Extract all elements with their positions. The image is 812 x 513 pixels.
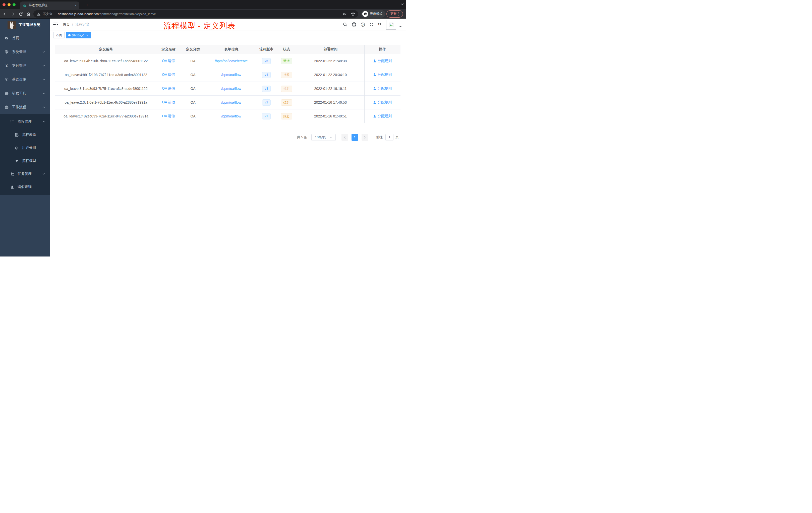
column-header: 状态 bbox=[277, 47, 296, 52]
cell-category: OA bbox=[180, 73, 206, 77]
column-header: 部署时间 bbox=[296, 47, 364, 52]
app-title: 芋道管理系统 bbox=[19, 23, 40, 27]
breadcrumb-home[interactable]: 首页 bbox=[63, 22, 70, 27]
fullscreen-icon[interactable] bbox=[369, 22, 374, 27]
cell-deploy-time: 2022-01-22 19:19:11 bbox=[296, 87, 364, 91]
app-logo-avatar bbox=[7, 21, 16, 29]
definition-name-link[interactable]: OA 请假 bbox=[162, 59, 175, 63]
assign-rule-link[interactable]: 分配规则 bbox=[373, 59, 392, 63]
help-question-icon[interactable]: ? bbox=[360, 22, 365, 27]
tag-close-icon[interactable] bbox=[86, 34, 88, 37]
yen-icon: ¥ bbox=[4, 64, 9, 67]
back-icon[interactable] bbox=[1, 10, 8, 18]
person-icon bbox=[10, 185, 14, 189]
zoom-window-button[interactable] bbox=[12, 3, 16, 6]
sidebar-item-dev-tools[interactable]: 研发工具 bbox=[0, 86, 50, 100]
monitor-icon bbox=[4, 78, 9, 81]
tag-home[interactable]: 首页 bbox=[54, 32, 64, 38]
dashboard-icon bbox=[4, 36, 9, 40]
chevron-down-icon bbox=[42, 92, 45, 94]
tab-search-chevron-icon[interactable] bbox=[401, 3, 404, 5]
sidebar-item-workflow[interactable]: 工作流程 bbox=[0, 100, 50, 114]
pagination-total: 共 5 条 bbox=[297, 134, 307, 141]
search-icon[interactable] bbox=[343, 22, 348, 27]
goto-page-input[interactable] bbox=[385, 134, 394, 141]
cell-deploy-time: 2022-01-22 20:34:10 bbox=[296, 73, 364, 77]
definition-name-link[interactable]: OA 请假 bbox=[162, 86, 175, 90]
password-key-icon[interactable] bbox=[343, 12, 347, 16]
sidebar-item-user-group[interactable]: 用户分组 bbox=[0, 141, 50, 154]
home-icon[interactable] bbox=[25, 10, 32, 18]
app: 芋道管理系统 首页 系统管理 ¥ 支付管理 bbox=[0, 19, 406, 256]
assign-rule-link[interactable]: 分配规则 bbox=[373, 100, 392, 105]
browser-tab[interactable]: 芋道管理系统 bbox=[20, 1, 79, 9]
definition-name-link[interactable]: OA 请假 bbox=[162, 100, 175, 104]
form-link[interactable]: /bpm/oa/flow bbox=[221, 73, 241, 77]
reload-icon[interactable] bbox=[17, 10, 24, 18]
main-area: 首页 / 流程定义 ? tT bbox=[50, 19, 406, 256]
sidebar-item-home[interactable]: 首页 bbox=[0, 31, 50, 45]
new-tab-button[interactable] bbox=[84, 1, 91, 8]
next-page-button[interactable] bbox=[361, 134, 368, 141]
table-row: oa_leave:4:991f2193-7b7f-11ec-a3c8-acde4… bbox=[55, 68, 401, 82]
sidebar-item-infrastructure[interactable]: 基础设施 bbox=[0, 72, 50, 86]
font-size-icon[interactable]: tT bbox=[378, 22, 382, 26]
security-label[interactable]: 不安全 bbox=[43, 12, 53, 16]
cell-deploy-time: 2022-01-16 17:46:53 bbox=[296, 100, 364, 104]
breadcrumb-current: 流程定义 bbox=[75, 22, 89, 27]
table-header-row: 定义编号 定义名称 定义分类 表单信息 流程版本 状态 部署时间 操作 bbox=[55, 45, 401, 54]
definition-name-link[interactable]: OA 请假 bbox=[162, 72, 175, 77]
bookmark-star-icon[interactable] bbox=[351, 12, 355, 16]
status-badge: 激活 bbox=[281, 58, 292, 64]
form-link[interactable]: /bpm/oa/flow bbox=[221, 100, 241, 104]
page-number-button[interactable]: 1 bbox=[351, 134, 358, 141]
goto-label: 前往 bbox=[376, 134, 383, 141]
assign-rule-link[interactable]: 分配规则 bbox=[373, 72, 392, 77]
sidebar-collapse-icon[interactable] bbox=[53, 23, 58, 27]
sidebar-item-label: 任务管理 bbox=[18, 172, 42, 176]
chevron-down-icon bbox=[42, 173, 45, 175]
tab-close-icon[interactable] bbox=[75, 3, 77, 7]
sidebar-item-process-model[interactable]: 流程模型 bbox=[0, 154, 50, 168]
sidebar-item-task-management[interactable]: 任务管理 bbox=[0, 168, 50, 180]
cell-definition-id: oa_leave:4:991f2193-7b7f-11ec-a3c8-acde4… bbox=[55, 73, 157, 77]
forward-icon[interactable] bbox=[9, 10, 16, 18]
form-link[interactable]: /bpm/oa/leave/create bbox=[215, 59, 248, 63]
sidebar-item-label: 研发工具 bbox=[12, 91, 42, 96]
sidebar-item-process-form[interactable]: 流程表单 bbox=[0, 128, 50, 141]
sidebar-item-payment[interactable]: ¥ 支付管理 bbox=[0, 59, 50, 72]
definition-table: 定义编号 定义名称 定义分类 表单信息 流程版本 状态 部署时间 操作 oa_l… bbox=[55, 45, 401, 123]
form-link[interactable]: /bpm/oa/flow bbox=[221, 87, 241, 91]
address-bar[interactable]: 不安全 dashboard.yudao.iocoder.cn/bpm/manag… bbox=[33, 10, 358, 18]
page-size-select[interactable]: 10条/页 bbox=[311, 134, 336, 141]
prev-page-button[interactable] bbox=[342, 134, 348, 141]
tag-process-definition[interactable]: 流程定义 bbox=[66, 32, 91, 38]
minimize-window-button[interactable] bbox=[7, 3, 10, 6]
status-badge: 挂起 bbox=[281, 113, 292, 119]
chevron-down-icon bbox=[42, 51, 45, 53]
definition-name-link[interactable]: OA 请假 bbox=[162, 114, 175, 118]
chevron-down-icon bbox=[42, 79, 45, 81]
sidebar-item-system[interactable]: 系统管理 bbox=[0, 45, 50, 59]
cell-category: OA bbox=[180, 59, 206, 63]
task-tree-icon bbox=[10, 172, 14, 176]
table-row: oa_leave:1:482ec033-762a-11ec-8477-a2380… bbox=[55, 110, 401, 123]
column-header: 定义分类 bbox=[180, 47, 206, 52]
version-badge: v5 bbox=[262, 58, 270, 64]
github-icon[interactable] bbox=[352, 22, 356, 27]
user-avatar-broken-image[interactable] bbox=[386, 20, 396, 30]
avatar-dropdown-caret-icon[interactable] bbox=[399, 26, 402, 29]
browser-menu-dots-icon[interactable] bbox=[399, 12, 399, 16]
sidebar-item-leave-query[interactable]: 请假查询 bbox=[0, 180, 50, 193]
omnibox-divider bbox=[55, 12, 55, 16]
browser-update-button[interactable]: 更新 bbox=[386, 10, 403, 18]
assign-rule-link[interactable]: 分配规则 bbox=[373, 114, 392, 118]
assign-rule-link[interactable]: 分配规则 bbox=[373, 86, 392, 91]
sidebar-item-process-management[interactable]: 流程管理 bbox=[0, 115, 50, 128]
form-link[interactable]: /bpm/oa/flow bbox=[221, 114, 241, 118]
incognito-label: 无痕模式 bbox=[370, 12, 382, 16]
column-header: 定义编号 bbox=[55, 47, 157, 52]
update-label: 更新 bbox=[390, 12, 397, 16]
sidebar-item-label: 流程管理 bbox=[18, 119, 42, 124]
close-window-button[interactable] bbox=[2, 3, 5, 6]
